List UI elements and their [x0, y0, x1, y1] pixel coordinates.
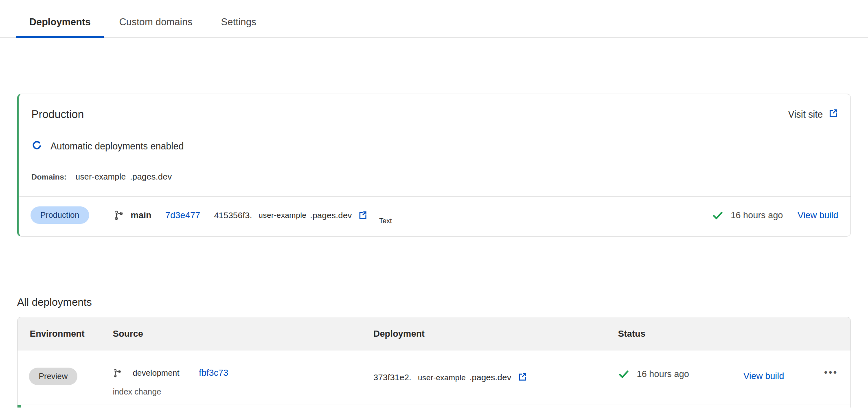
external-link-icon[interactable]: [517, 370, 527, 380]
external-link-icon: [828, 108, 838, 121]
production-card-title: Production: [31, 108, 84, 121]
tab-settings[interactable]: Settings: [208, 16, 270, 37]
domain-name: user-example: [76, 172, 126, 182]
deployment-domain: user-example: [418, 373, 466, 382]
deployment-domain: user-example: [259, 211, 307, 220]
git-branch-icon: [114, 210, 124, 221]
next-row-accent: [18, 405, 21, 408]
row-menu-button[interactable]: •••: [824, 365, 838, 379]
view-build-link[interactable]: View build: [743, 371, 784, 381]
status-time: 16 hours ago: [637, 369, 689, 379]
view-build-link[interactable]: View build: [798, 210, 838, 221]
deployment-domain-suffix: .pages.dev: [310, 210, 352, 220]
refresh-icon: [31, 140, 42, 153]
success-check-icon: [712, 210, 723, 221]
tab-deployments[interactable]: Deployments: [16, 16, 104, 37]
commit-link[interactable]: 7d3e477: [165, 210, 200, 221]
column-header-deployment: Deployment: [373, 329, 618, 339]
success-check-icon: [618, 368, 629, 380]
branch-name: main: [131, 210, 151, 221]
column-header-status: Status: [618, 329, 743, 339]
deployment-id: 415356f3.: [214, 210, 252, 220]
text-annotation: Text: [379, 217, 392, 225]
domain-suffix: .pages.dev: [130, 172, 172, 182]
commit-link[interactable]: fbf3c73: [199, 368, 228, 378]
tab-bar: Deployments Custom domains Settings: [0, 0, 868, 38]
visit-site-link[interactable]: Visit site: [788, 108, 838, 121]
commit-message: index change: [113, 387, 373, 397]
domains-label: Domains:: [31, 173, 67, 182]
git-branch-icon: [113, 368, 122, 378]
table-header-row: Environment Source Deployment Status: [18, 317, 850, 351]
production-card: Production Visit site Automatic deployme…: [17, 94, 851, 237]
domains-row: Domains: user-example .pages.dev: [31, 172, 838, 182]
all-deployments-heading: All deployments: [17, 296, 868, 309]
visit-site-label: Visit site: [788, 109, 823, 120]
tab-custom-domains[interactable]: Custom domains: [106, 16, 206, 37]
deployment-domain-suffix: .pages.dev: [469, 373, 511, 382]
column-header-source: Source: [113, 329, 373, 339]
environment-badge: Preview: [29, 368, 77, 385]
all-deployments-table: Environment Source Deployment Status Pre…: [17, 317, 851, 408]
column-header-environment: Environment: [18, 329, 113, 339]
status-time: 16 hours ago: [731, 210, 783, 221]
environment-badge: Production: [31, 206, 89, 224]
auto-deploy-text: Automatic deployments enabled: [50, 141, 184, 152]
auto-deploy-status: Automatic deployments enabled: [31, 140, 838, 153]
production-deployment-row: Production main 7d3e477 415356f3. user-e…: [19, 197, 850, 236]
branch-name: development: [133, 368, 180, 378]
deployment-id: 373f31e2.: [373, 373, 411, 382]
table-row: Preview development fbf3c73 index change…: [18, 351, 850, 405]
external-link-icon[interactable]: [357, 210, 368, 220]
